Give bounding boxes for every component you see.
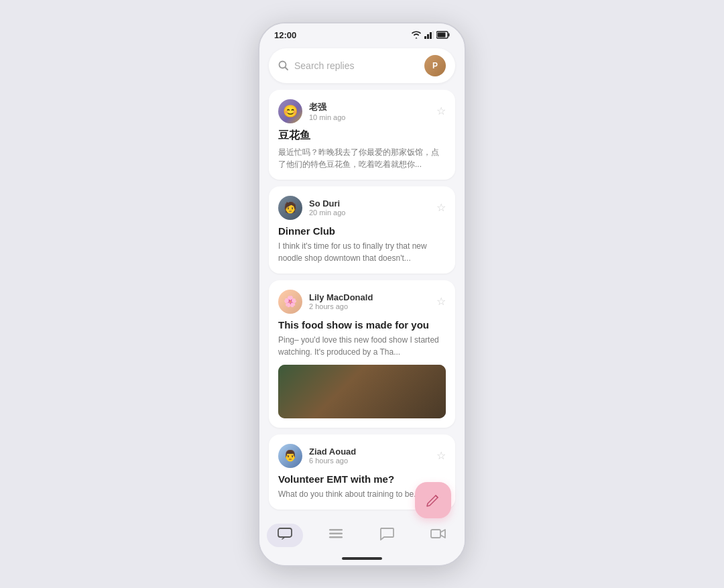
sender-name-4: Ziad Aouad (309, 447, 356, 457)
svg-rect-3 (432, 31, 434, 39)
svg-rect-22 (329, 532, 343, 534)
svg-rect-2 (430, 32, 432, 39)
svg-rect-12 (396, 370, 397, 409)
menu-icon (328, 528, 343, 543)
home-bar (342, 557, 382, 560)
svg-rect-1 (427, 34, 429, 39)
sender-time-4: 6 hours ago (309, 457, 356, 465)
svg-rect-10 (382, 368, 384, 408)
star-button-3[interactable]: ☆ (436, 295, 446, 308)
fab-compose-button[interactable] (415, 482, 451, 518)
svg-rect-6 (438, 33, 446, 38)
sender-time-2: 20 min ago (309, 209, 345, 217)
status-bar: 12:00 (259, 23, 465, 44)
wifi-icon (411, 31, 422, 39)
avatar-2: 🧑 (278, 196, 302, 220)
card-header-3: 🌸 Lily MacDonald 2 hours ago ☆ (278, 290, 446, 314)
svg-rect-5 (448, 34, 450, 37)
avatar-3: 🌸 (278, 290, 302, 314)
sender-name-1: 老强 (309, 101, 345, 113)
message-card-1[interactable]: 😊 老强 10 min ago ☆ 豆花鱼 最近忙吗？昨晚我去了你最爱的那家饭馆… (269, 90, 455, 180)
message-title-1: 豆花鱼 (278, 129, 446, 143)
compose-icon (426, 493, 440, 508)
home-indicator (259, 552, 465, 565)
search-icon (278, 60, 289, 71)
svg-rect-17 (328, 388, 355, 411)
bottom-nav (259, 516, 465, 552)
chat-icon (278, 528, 292, 543)
food-show-thumbnail (278, 365, 446, 418)
svg-rect-9 (288, 365, 436, 418)
svg-rect-11 (389, 371, 391, 408)
message-title-4: Volunteer EMT with me? (278, 473, 446, 485)
avatar-4: 👨 (278, 444, 302, 468)
message-card-3[interactable]: 🌸 Lily MacDonald 2 hours ago ☆ This food… (269, 280, 455, 428)
card-header-4: 👨 Ziad Aouad 6 hours ago ☆ (278, 444, 446, 468)
food-show-svg (278, 365, 446, 418)
avatar-1: 😊 (278, 99, 302, 123)
status-time: 12:00 (274, 30, 296, 40)
battery-icon (436, 31, 450, 39)
svg-rect-14 (375, 381, 429, 385)
svg-rect-19 (353, 381, 373, 394)
status-icons (411, 31, 450, 39)
phone-frame: 12:00 (258, 22, 466, 567)
message-card-2[interactable]: 🧑 So Duri 20 min ago ☆ Dinner Club I thi… (269, 186, 455, 274)
message-title-3: This food show is made for you (278, 319, 446, 331)
nav-item-menu[interactable] (318, 524, 354, 547)
svg-rect-0 (424, 36, 426, 39)
sender-name-2: So Duri (309, 198, 345, 209)
video-icon (430, 528, 446, 543)
star-button-1[interactable]: ☆ (436, 105, 446, 117)
nav-item-video[interactable] (420, 524, 457, 547)
svg-rect-21 (329, 529, 343, 531)
svg-rect-13 (375, 365, 429, 370)
nav-item-chat[interactable] (267, 524, 303, 547)
search-bar[interactable]: Search replies P (269, 48, 455, 83)
message-preview-1: 最近忙吗？昨晚我去了你最爱的那家饭馆，点了他们的特色豆花鱼，吃着吃着就想你... (278, 146, 446, 170)
svg-rect-20 (278, 528, 292, 537)
svg-rect-23 (329, 536, 343, 538)
nav-item-message[interactable] (369, 523, 405, 548)
sender-time-3: 2 hours ago (309, 302, 373, 310)
star-button-4[interactable]: ☆ (436, 449, 446, 462)
user-avatar: P (424, 55, 446, 76)
card-header-1: 😊 老强 10 min ago ☆ (278, 99, 446, 123)
message-preview-3: Ping– you'd love this new food show I st… (278, 334, 446, 358)
star-button-2[interactable]: ☆ (436, 201, 446, 214)
svg-rect-18 (333, 370, 351, 378)
svg-rect-24 (431, 530, 440, 538)
message-icon (379, 527, 394, 544)
sender-name-3: Lily MacDonald (309, 292, 373, 302)
signal-icon (424, 31, 434, 39)
search-input[interactable]: Search replies (294, 60, 419, 71)
svg-point-16 (333, 369, 351, 388)
svg-line-8 (286, 67, 288, 70)
svg-rect-15 (375, 395, 429, 398)
card-header-2: 🧑 So Duri 20 min ago ☆ (278, 196, 446, 220)
sender-time-1: 10 min ago (309, 113, 345, 121)
message-title-2: Dinner Club (278, 225, 446, 237)
message-image-3 (278, 365, 446, 418)
message-preview-2: I think it's time for us to finally try … (278, 240, 446, 264)
message-list: 😊 老强 10 min ago ☆ 豆花鱼 最近忙吗？昨晚我去了你最爱的那家饭馆… (259, 90, 465, 516)
